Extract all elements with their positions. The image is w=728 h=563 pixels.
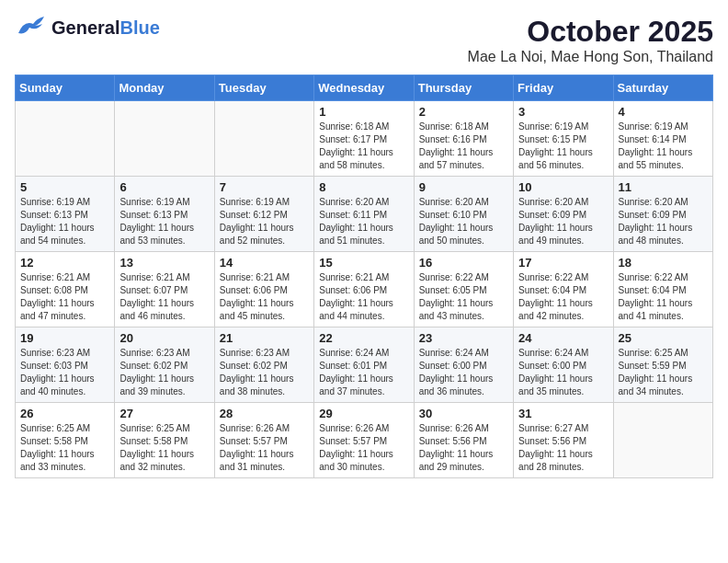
day-number: 25: [619, 331, 708, 345]
day-info: Sunrise: 6:19 AMSunset: 6:12 PMDaylight:…: [220, 196, 309, 247]
day-number: 10: [518, 180, 608, 194]
table-row: 3Sunrise: 6:19 AMSunset: 6:15 PMDaylight…: [514, 101, 613, 177]
day-info: Sunrise: 6:24 AMSunset: 6:01 PMDaylight:…: [319, 347, 408, 398]
day-info: Sunrise: 6:26 AMSunset: 5:56 PMDaylight:…: [419, 422, 508, 474]
day-number: 29: [319, 407, 408, 420]
day-number: 17: [518, 256, 608, 270]
table-row: 31Sunrise: 6:27 AMSunset: 5:56 PMDayligh…: [514, 403, 613, 478]
day-number: 4: [619, 105, 708, 119]
calendar-table: Sunday Monday Tuesday Wednesday Thursday…: [15, 75, 713, 478]
table-row: 19Sunrise: 6:23 AMSunset: 6:03 PMDayligh…: [16, 327, 115, 403]
day-info: Sunrise: 6:26 AMSunset: 5:57 PMDaylight:…: [220, 422, 309, 474]
table-row: 24Sunrise: 6:24 AMSunset: 6:00 PMDayligh…: [514, 327, 613, 403]
day-number: 13: [119, 256, 209, 270]
logo-bird-icon: [15, 15, 48, 40]
day-info: Sunrise: 6:19 AMSunset: 6:14 PMDaylight:…: [619, 121, 708, 172]
table-row: 2Sunrise: 6:18 AMSunset: 6:16 PMDaylight…: [414, 101, 513, 177]
calendar-week-row: 12Sunrise: 6:21 AMSunset: 6:08 PMDayligh…: [16, 252, 713, 327]
table-row: 18Sunrise: 6:22 AMSunset: 6:04 PMDayligh…: [613, 252, 712, 327]
calendar-title: October 2025: [468, 15, 713, 49]
day-info: Sunrise: 6:24 AMSunset: 6:00 PMDaylight:…: [518, 347, 608, 398]
calendar-subtitle: Mae La Noi, Mae Hong Son, Thailand: [468, 49, 713, 65]
day-info: Sunrise: 6:23 AMSunset: 6:03 PMDaylight:…: [20, 347, 109, 398]
table-row: 22Sunrise: 6:24 AMSunset: 6:01 PMDayligh…: [314, 327, 414, 403]
table-row: 23Sunrise: 6:24 AMSunset: 6:00 PMDayligh…: [414, 327, 513, 403]
day-number: 15: [319, 256, 408, 270]
day-info: Sunrise: 6:25 AMSunset: 5:58 PMDaylight:…: [119, 422, 209, 474]
table-row: 7Sunrise: 6:19 AMSunset: 6:12 PMDaylight…: [214, 177, 313, 252]
day-number: 20: [119, 331, 209, 345]
calendar-week-row: 19Sunrise: 6:23 AMSunset: 6:03 PMDayligh…: [16, 327, 713, 403]
day-number: 24: [518, 331, 608, 345]
day-number: 5: [20, 180, 109, 194]
table-row: 4Sunrise: 6:19 AMSunset: 6:14 PMDaylight…: [613, 101, 712, 177]
day-info: Sunrise: 6:25 AMSunset: 5:58 PMDaylight:…: [20, 422, 109, 474]
day-number: 18: [619, 256, 708, 270]
day-info: Sunrise: 6:18 AMSunset: 6:16 PMDaylight:…: [419, 121, 508, 172]
header-tuesday: Tuesday: [214, 75, 313, 101]
table-row: 27Sunrise: 6:25 AMSunset: 5:58 PMDayligh…: [115, 403, 214, 478]
table-row: 10Sunrise: 6:20 AMSunset: 6:09 PMDayligh…: [514, 177, 613, 252]
day-info: Sunrise: 6:20 AMSunset: 6:09 PMDaylight:…: [619, 196, 708, 247]
day-number: 19: [20, 331, 109, 345]
day-number: 12: [20, 256, 109, 270]
day-info: Sunrise: 6:21 AMSunset: 6:06 PMDaylight:…: [220, 271, 309, 323]
table-row: [115, 101, 214, 177]
header-wednesday: Wednesday: [314, 75, 414, 101]
table-row: 5Sunrise: 6:19 AMSunset: 6:13 PMDaylight…: [16, 177, 115, 252]
table-row: 17Sunrise: 6:22 AMSunset: 6:04 PMDayligh…: [514, 252, 613, 327]
calendar-week-row: 26Sunrise: 6:25 AMSunset: 5:58 PMDayligh…: [16, 403, 713, 478]
title-block: October 2025 Mae La Noi, Mae Hong Son, T…: [468, 15, 713, 65]
table-row: 11Sunrise: 6:20 AMSunset: 6:09 PMDayligh…: [613, 177, 712, 252]
day-info: Sunrise: 6:23 AMSunset: 6:02 PMDaylight:…: [220, 347, 309, 398]
table-row: 25Sunrise: 6:25 AMSunset: 5:59 PMDayligh…: [613, 327, 712, 403]
calendar-week-row: 1Sunrise: 6:18 AMSunset: 6:17 PMDaylight…: [16, 101, 713, 177]
header-sunday: Sunday: [16, 75, 115, 101]
day-info: Sunrise: 6:26 AMSunset: 5:57 PMDaylight:…: [319, 422, 408, 474]
table-row: 29Sunrise: 6:26 AMSunset: 5:57 PMDayligh…: [314, 403, 414, 478]
day-info: Sunrise: 6:19 AMSunset: 6:15 PMDaylight:…: [518, 121, 608, 172]
table-row: 9Sunrise: 6:20 AMSunset: 6:10 PMDaylight…: [414, 177, 513, 252]
day-number: 16: [419, 256, 508, 270]
day-info: Sunrise: 6:21 AMSunset: 6:06 PMDaylight:…: [319, 271, 408, 323]
calendar-week-row: 5Sunrise: 6:19 AMSunset: 6:13 PMDaylight…: [16, 177, 713, 252]
table-row: [214, 101, 313, 177]
day-info: Sunrise: 6:20 AMSunset: 6:09 PMDaylight:…: [518, 196, 608, 247]
table-row: [613, 403, 712, 478]
day-info: Sunrise: 6:20 AMSunset: 6:11 PMDaylight:…: [319, 196, 408, 247]
table-row: 15Sunrise: 6:21 AMSunset: 6:06 PMDayligh…: [314, 252, 414, 327]
table-row: 8Sunrise: 6:20 AMSunset: 6:11 PMDaylight…: [314, 177, 414, 252]
table-row: 26Sunrise: 6:25 AMSunset: 5:58 PMDayligh…: [16, 403, 115, 478]
day-info: Sunrise: 6:22 AMSunset: 6:04 PMDaylight:…: [518, 271, 608, 323]
day-number: 21: [220, 331, 309, 345]
day-number: 3: [518, 105, 608, 119]
table-row: 6Sunrise: 6:19 AMSunset: 6:13 PMDaylight…: [115, 177, 214, 252]
logo-blue-text: Blue: [119, 17, 159, 38]
table-row: 14Sunrise: 6:21 AMSunset: 6:06 PMDayligh…: [214, 252, 313, 327]
day-number: 31: [518, 407, 608, 420]
table-row: [16, 101, 115, 177]
day-number: 2: [419, 105, 508, 119]
calendar-header-row: Sunday Monday Tuesday Wednesday Thursday…: [16, 75, 713, 101]
day-info: Sunrise: 6:24 AMSunset: 6:00 PMDaylight:…: [419, 347, 508, 398]
table-row: 30Sunrise: 6:26 AMSunset: 5:56 PMDayligh…: [414, 403, 513, 478]
day-number: 27: [119, 407, 209, 420]
day-number: 11: [619, 180, 708, 194]
table-row: 12Sunrise: 6:21 AMSunset: 6:08 PMDayligh…: [16, 252, 115, 327]
table-row: 21Sunrise: 6:23 AMSunset: 6:02 PMDayligh…: [214, 327, 313, 403]
day-number: 1: [319, 105, 408, 119]
logo-general: General: [51, 17, 119, 38]
day-info: Sunrise: 6:23 AMSunset: 6:02 PMDaylight:…: [119, 347, 209, 398]
table-row: 16Sunrise: 6:22 AMSunset: 6:05 PMDayligh…: [414, 252, 513, 327]
day-number: 14: [220, 256, 309, 270]
day-number: 7: [220, 180, 309, 194]
day-number: 26: [20, 407, 109, 420]
day-info: Sunrise: 6:19 AMSunset: 6:13 PMDaylight:…: [119, 196, 209, 247]
table-row: 28Sunrise: 6:26 AMSunset: 5:57 PMDayligh…: [214, 403, 313, 478]
day-info: Sunrise: 6:25 AMSunset: 5:59 PMDaylight:…: [619, 347, 708, 398]
day-number: 8: [319, 180, 408, 194]
day-info: Sunrise: 6:20 AMSunset: 6:10 PMDaylight:…: [419, 196, 508, 247]
header-monday: Monday: [115, 75, 214, 101]
logo: GeneralBlue: [15, 15, 160, 40]
day-number: 23: [419, 331, 508, 345]
